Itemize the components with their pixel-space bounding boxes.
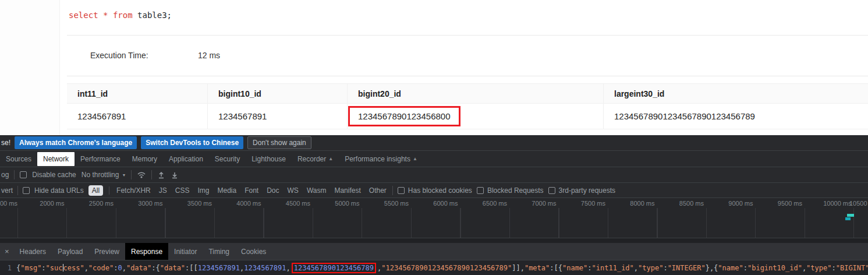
network-activity-bar[interactable] <box>845 217 851 220</box>
filter-wasm[interactable]: Wasm <box>306 185 328 196</box>
invert-label-tail[interactable]: vert <box>1 186 13 195</box>
column-header-int11-id[interactable]: int11_id <box>67 84 208 103</box>
separator <box>151 170 152 179</box>
timeline-label: 5000 ms <box>313 200 362 207</box>
disable-cache-label[interactable]: Disable cache <box>32 171 76 179</box>
filter-img[interactable]: Img <box>196 185 210 196</box>
separator <box>131 170 132 179</box>
match-language-button[interactable]: Always match Chrome's language <box>15 136 137 149</box>
response-token: "type" <box>806 264 831 272</box>
tab-performance[interactable]: Performance <box>75 151 126 167</box>
blocked-requests-group: Blocked Requests <box>477 186 544 195</box>
sql-query[interactable]: select * from table3; <box>69 10 172 20</box>
close-icon[interactable]: × <box>0 247 14 256</box>
cell-largeint30-id[interactable]: 12345678901234567890123456789 <box>604 104 868 129</box>
tab-network[interactable]: Network <box>37 152 75 166</box>
filter-all[interactable]: All <box>88 185 103 196</box>
filter-font[interactable]: Font <box>243 185 260 196</box>
column-header-largeint30-id[interactable]: largeint30_id <box>604 84 868 103</box>
third-party-requests-checkbox[interactable] <box>548 187 555 194</box>
response-token: cess" <box>63 264 84 272</box>
filter-js[interactable]: JS <box>158 185 168 196</box>
tab-sources[interactable]: Sources <box>0 151 37 167</box>
tab-lighthouse[interactable]: Lighthouse <box>246 151 292 167</box>
timeline-label: 6500 ms <box>460 200 510 207</box>
filter-ws[interactable]: WS <box>286 185 300 196</box>
has-blocked-cookies-checkbox[interactable] <box>398 187 405 194</box>
third-party-requests-label[interactable]: 3rd-party requests <box>559 186 615 195</box>
network-activity-bar[interactable] <box>847 214 854 217</box>
tab-application[interactable]: Application <box>163 151 209 167</box>
response-token: 1234567891 <box>244 264 286 272</box>
has-blocked-cookies-label[interactable]: Has blocked cookies <box>408 186 472 195</box>
blocked-requests-checkbox[interactable] <box>477 187 484 194</box>
filter-other[interactable]: Other <box>368 185 388 196</box>
tab-payload[interactable]: Payload <box>52 243 88 260</box>
timeline-label: 8500 ms <box>657 200 707 207</box>
highlighted-response-number: 1234567890123456789 <box>292 263 376 273</box>
cell-value: 1234567890123456800 <box>358 111 451 121</box>
execution-time-row: Execution Time:12 ms <box>90 51 220 60</box>
filter-css[interactable]: CSS <box>174 185 191 196</box>
response-json-line: {"msg":"success","code":0,"data":{"data"… <box>16 263 868 273</box>
response-body-viewer[interactable]: 1 {"msg":"success","code":0,"data":{"dat… <box>0 260 868 275</box>
timeline-label: 2000 ms <box>17 200 67 207</box>
tab-initiator[interactable]: Initiator <box>168 243 203 260</box>
tab-security[interactable]: Security <box>209 151 246 167</box>
tab-recorder[interactable]: Recorder ▲ <box>292 151 339 167</box>
response-token: "data" <box>126 264 151 272</box>
filter-fetch-xhr[interactable]: Fetch/XHR <box>115 185 152 196</box>
filter-manifest[interactable]: Manifest <box>333 185 362 196</box>
devtools-infobar: se! Always match Chrome's language Switc… <box>0 135 868 151</box>
tab-recorder-label: Recorder <box>297 155 326 163</box>
hide-data-urls-label[interactable]: Hide data URLs <box>34 186 84 195</box>
experiment-icon: ▲ <box>328 156 333 161</box>
tab-performance-insights[interactable]: Performance insights ▲ <box>339 151 423 167</box>
switch-to-chinese-button[interactable]: Switch DevTools to Chinese <box>141 136 243 149</box>
response-token: :[[ <box>185 264 198 272</box>
third-party-requests-group: 3rd-party requests <box>548 186 615 195</box>
preserve-log-label-tail[interactable]: og <box>1 171 9 179</box>
blocked-requests-label[interactable]: Blocked Requests <box>487 186 544 195</box>
throttling-select[interactable]: No throttling ▼ <box>82 171 126 179</box>
tab-timing[interactable]: Timing <box>203 243 235 260</box>
dont-show-again-button[interactable]: Don't show again <box>247 136 311 149</box>
experiment-icon: ▲ <box>413 156 417 161</box>
tab-memory[interactable]: Memory <box>126 151 163 167</box>
highlight-box-bigint20: 1234567890123456800 <box>348 106 460 126</box>
timeline-label: 2500 ms <box>67 200 116 207</box>
divider <box>67 76 868 76</box>
response-token: "suc <box>46 264 63 272</box>
timeline-ruler: 00 ms2000 ms2500 ms3000 ms3500 ms4000 ms… <box>0 198 868 208</box>
separator[interactable] <box>109 186 109 195</box>
network-timeline[interactable]: 00 ms2000 ms2500 ms3000 ms3500 ms4000 ms… <box>0 198 868 238</box>
tab-response[interactable]: Response <box>125 243 168 260</box>
filter-media[interactable]: Media <box>216 185 238 196</box>
export-har-icon[interactable] <box>171 171 179 179</box>
timeline-label: 4500 ms <box>264 200 313 207</box>
column-header-bigint10-id[interactable]: bigint10_id <box>208 84 348 103</box>
disable-cache-checkbox[interactable] <box>20 171 27 178</box>
column-header-bigint20-id[interactable]: bigint20_id <box>348 84 604 103</box>
timeline-label: 8000 ms <box>608 200 657 207</box>
filter-doc[interactable]: Doc <box>265 185 280 196</box>
response-token: : <box>587 264 591 272</box>
response-token: "int11_id" <box>592 264 634 272</box>
cell-bigint20-id[interactable]: 1234567890123456800 <box>348 104 604 129</box>
network-conditions-icon[interactable] <box>137 171 146 179</box>
response-token: :{ <box>151 264 160 272</box>
timeline-label: 4000 ms <box>214 200 264 207</box>
response-token: , <box>84 264 88 272</box>
tab-preview[interactable]: Preview <box>88 243 125 260</box>
tab-cookies[interactable]: Cookies <box>235 243 272 260</box>
request-detail-tabs: × Headers Payload Preview Response Initi… <box>0 243 868 260</box>
separator <box>17 186 18 195</box>
sql-space <box>108 10 112 20</box>
tab-headers[interactable]: Headers <box>14 243 52 260</box>
hide-data-urls-checkbox[interactable] <box>23 187 30 194</box>
cell-int11-id[interactable]: 1234567891 <box>67 104 208 129</box>
request-type-filters: AllFetch/XHRJSCSSImgMediaFontDocWSWasmMa… <box>88 185 388 196</box>
cell-bigint10-id[interactable]: 1234567891 <box>208 104 348 129</box>
editor-left-pane <box>0 0 60 135</box>
import-har-icon[interactable] <box>157 171 165 179</box>
